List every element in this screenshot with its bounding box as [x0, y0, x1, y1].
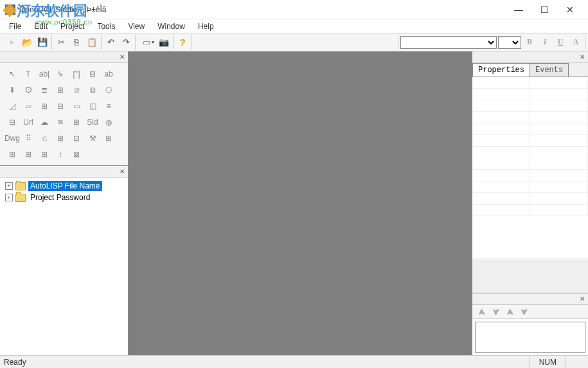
toolbox-item-31[interactable]: ⊞	[53, 131, 67, 145]
control-toolbox: ↖Tab|↳["]⊟ab⬇ⵙ≣⊞⎚⧉⎔◿▱⊞⊟▭◫≡⊟Url☁≋⊞Sld◍Dwg…	[0, 63, 128, 166]
properties-tabs: Properties Events	[472, 63, 588, 77]
toolbox-item-12[interactable]: ⧉	[85, 83, 100, 97]
save-button[interactable]	[35, 35, 49, 50]
toolbox-item-8[interactable]: ⵙ	[21, 83, 35, 97]
tree-close-icon[interactable]: ✕	[118, 167, 127, 176]
menu-project[interactable]: Project	[54, 21, 91, 32]
zorder-list[interactable]	[475, 322, 585, 353]
toolbox-item-24[interactable]: ≋	[53, 115, 67, 129]
toolbox-item-18[interactable]: ▭	[69, 99, 84, 113]
tab-properties[interactable]: Properties	[472, 63, 530, 77]
toolbox-item-0[interactable]: ↖	[5, 67, 19, 81]
font-family-combo[interactable]	[400, 36, 497, 49]
tree-row-0[interactable]: +AutoLISP File Name	[3, 180, 125, 192]
toolbox-item-28[interactable]: Dwg	[5, 131, 19, 145]
menu-view[interactable]: View	[121, 21, 151, 32]
toolbox-item-6[interactable]: ab	[102, 67, 116, 81]
toolbox-item-33[interactable]: ⚒	[85, 131, 100, 145]
snapshot-button[interactable]	[157, 35, 171, 50]
tree-label[interactable]: Project Password	[28, 192, 92, 203]
tree-label[interactable]: AutoLISP File Name	[28, 181, 102, 191]
close-button[interactable]: ✕	[557, 1, 583, 19]
toolbox-item-19[interactable]: ◫	[85, 99, 100, 113]
toolbox-item-14[interactable]: ◿	[5, 99, 19, 113]
add-form-button[interactable]: ▾	[141, 35, 156, 50]
font-color-button[interactable]: A	[569, 35, 583, 50]
toolbox-item-30[interactable]: ⎌	[37, 131, 51, 145]
toolbox-item-15[interactable]: ▱	[21, 99, 35, 113]
toolbox-item-32[interactable]: ⊡	[69, 131, 84, 145]
menubar: File Edit Project Tools View Window Help	[0, 19, 588, 33]
properties-grid[interactable]	[472, 77, 588, 259]
toolbox-item-4[interactable]: ["]	[69, 67, 84, 81]
bold-button[interactable]: B	[522, 35, 537, 50]
toolbox-item-5[interactable]: ⊟	[85, 67, 100, 81]
toolbox-item-17[interactable]: ⊟	[53, 99, 67, 113]
titlebar: ◘ OpenDCL Studio - ÎÞ±êÌâ — ☐ ✕	[0, 0, 588, 19]
toolbox-item-29[interactable]: ⠿	[21, 131, 35, 145]
toolbox-item-10[interactable]: ⊞	[53, 83, 67, 97]
toolbox-item-23[interactable]: ☁	[37, 115, 51, 129]
menu-edit[interactable]: Edit	[28, 21, 54, 32]
toolbox-item-20[interactable]: ≡	[102, 99, 116, 113]
menu-help[interactable]: Help	[192, 21, 220, 32]
toolbox-item-22[interactable]: Url	[21, 115, 35, 129]
toolbox-item-16[interactable]: ⊞	[37, 99, 51, 113]
toolbox-item-39[interactable]: ⊠	[69, 147, 84, 161]
zorder-top-icon[interactable]: ⮝	[476, 307, 488, 317]
tree-expand-icon[interactable]: +	[5, 182, 13, 190]
help-button[interactable]	[175, 35, 190, 50]
toolbox-item-21[interactable]: ⊟	[5, 115, 19, 129]
cut-button[interactable]	[54, 35, 68, 50]
toolbox-item-26[interactable]: Sld	[85, 115, 100, 129]
underline-button[interactable]: U	[553, 35, 567, 50]
zorder-panel-header: ✕	[472, 293, 588, 305]
toolbox-item-13[interactable]: ⎔	[102, 83, 116, 97]
toolbox-item-36[interactable]: ⊞	[21, 147, 35, 161]
toolbox-item-35[interactable]: ⊞	[5, 147, 19, 161]
toolbox-item-2[interactable]: ab|	[37, 67, 51, 81]
window-controls: — ☐ ✕	[506, 1, 583, 19]
redo-button[interactable]	[119, 35, 133, 50]
toolbox-close-icon[interactable]: ✕	[118, 53, 127, 62]
zorder-close-icon[interactable]: ✕	[578, 295, 587, 304]
main-toolbar: ▾ B I U A	[0, 33, 588, 51]
menu-file[interactable]: File	[3, 21, 28, 32]
project-tree: +AutoLISP File Name+Project Password	[0, 178, 128, 355]
zorder-up-icon[interactable]: ⮟	[490, 307, 502, 317]
tree-expand-icon[interactable]: +	[5, 194, 13, 201]
zorder-down-icon[interactable]: ⮝	[504, 307, 516, 317]
status-text: Ready	[4, 358, 530, 367]
tree-row-1[interactable]: +Project Password	[3, 192, 125, 203]
undo-button[interactable]	[103, 35, 118, 50]
italic-button[interactable]: I	[538, 35, 552, 50]
toolbox-item-34[interactable]: ⊞	[102, 131, 116, 145]
new-button[interactable]	[4, 35, 19, 50]
minimize-button[interactable]: —	[506, 1, 531, 19]
toolbox-item-37[interactable]: ⊞	[37, 147, 51, 161]
folder-icon	[15, 194, 26, 202]
toolbox-item-11[interactable]: ⎚	[69, 83, 84, 97]
copy-button[interactable]	[69, 35, 84, 50]
font-size-combo[interactable]	[498, 36, 521, 49]
tab-events[interactable]: Events	[530, 63, 569, 77]
toolbox-item-1[interactable]: T	[21, 67, 35, 81]
toolbox-item-7[interactable]: ⬇	[5, 83, 19, 97]
property-description	[472, 261, 588, 293]
properties-panel-header: ✕	[472, 51, 588, 63]
menu-window[interactable]: Window	[151, 21, 192, 32]
properties-close-icon[interactable]: ✕	[578, 53, 587, 62]
toolbox-item-25[interactable]: ⊞	[69, 115, 84, 129]
tree-panel-header: ✕	[0, 166, 128, 178]
toolbox-item-38[interactable]: ↕	[53, 147, 67, 161]
open-button[interactable]	[20, 35, 34, 50]
toolbox-item-9[interactable]: ≣	[37, 83, 51, 97]
toolbox-item-27[interactable]: ◍	[102, 115, 116, 129]
zorder-bottom-icon[interactable]: ⮟	[519, 307, 530, 317]
toolbox-item-3[interactable]: ↳	[53, 67, 67, 81]
zorder-panel: ✕ ⮝ ⮟ ⮝ ⮟	[472, 293, 588, 355]
menu-tools[interactable]: Tools	[91, 21, 121, 32]
paste-button[interactable]	[85, 35, 99, 50]
app-icon: ◘	[5, 5, 15, 15]
maximize-button[interactable]: ☐	[531, 1, 557, 19]
